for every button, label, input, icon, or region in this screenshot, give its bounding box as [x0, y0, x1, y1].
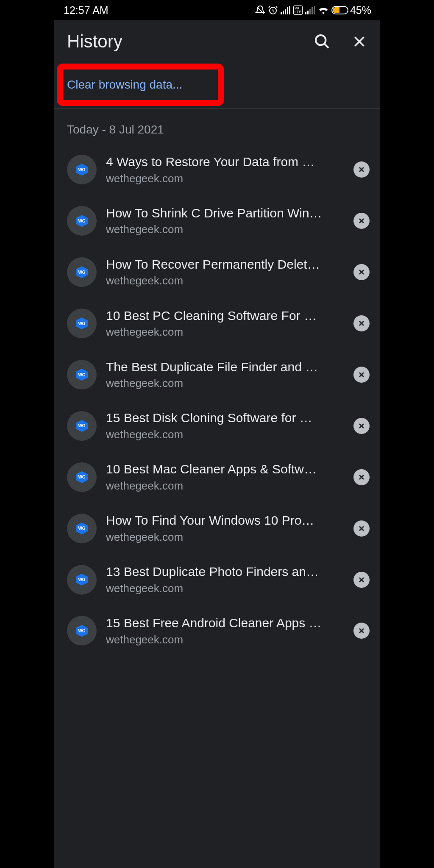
history-item[interactable]: WG 15 Best Disk Cloning Software for … w… [54, 400, 380, 451]
history-item-domain: wethegeek.com [106, 324, 344, 339]
remove-history-button[interactable] [353, 623, 370, 639]
favicon: WG [67, 616, 97, 645]
favicon: WG [67, 462, 97, 492]
svg-rect-3 [285, 9, 286, 14]
history-item-title: 10 Best Mac Cleaner Apps & Softw… [106, 461, 344, 478]
remove-history-button[interactable] [353, 161, 370, 178]
remove-history-button[interactable] [353, 469, 370, 485]
remove-icon [357, 319, 366, 328]
svg-rect-4 [287, 7, 288, 14]
history-item-text: 13 Best Duplicate Photo Finders an… weth… [106, 563, 344, 596]
history-item[interactable]: WG 10 Best PC Cleaning Software For … we… [54, 298, 380, 349]
remove-history-button[interactable] [353, 418, 370, 434]
history-item-text: The Best Duplicate File Finder and … wet… [106, 359, 344, 391]
history-item[interactable]: WG How To Shrink C Drive Partition Win… … [54, 195, 380, 247]
history-item-domain: wethegeek.com [106, 529, 344, 545]
remove-history-button[interactable] [353, 264, 370, 280]
remove-icon [357, 576, 366, 584]
history-item-text: 10 Best PC Cleaning Software For … wethe… [106, 307, 344, 340]
history-item-domain: wethegeek.com [106, 273, 344, 288]
status-time: 12:57 AM [64, 4, 108, 17]
remove-icon [357, 422, 366, 430]
history-item-title: How To Find Your Windows 10 Pro… [106, 512, 344, 529]
svg-rect-7 [307, 11, 309, 14]
remove-history-button[interactable] [353, 315, 370, 331]
history-item-title: 13 Best Duplicate Photo Finders an… [106, 563, 344, 581]
history-item[interactable]: WG How To Find Your Windows 10 Pro… weth… [54, 503, 380, 554]
history-item[interactable]: WG The Best Duplicate File Finder and … … [54, 349, 380, 401]
remove-icon [357, 217, 366, 225]
search-button[interactable] [314, 33, 331, 50]
favicon: WG [67, 206, 97, 236]
favicon: WG [67, 309, 97, 338]
app-header: History [54, 20, 380, 63]
favicon-badge: WG [76, 317, 88, 329]
signal-icon [281, 6, 291, 14]
history-content: Today - 8 Jul 2021 WG 4 Ways to Restore … [54, 108, 380, 868]
remove-icon [357, 524, 366, 533]
history-item-domain: wethegeek.com [106, 478, 344, 493]
history-item-text: How To Recover Permanently Delet… wetheg… [106, 256, 344, 289]
favicon: WG [67, 257, 97, 287]
svg-point-11 [316, 35, 326, 45]
history-item-text: 15 Best Free Android Cleaner Apps … weth… [106, 615, 344, 647]
history-item-title: The Best Duplicate File Finder and … [106, 359, 344, 376]
remove-history-button[interactable] [353, 367, 370, 383]
svg-rect-10 [314, 6, 315, 14]
remove-icon [357, 473, 366, 481]
favicon-badge: WG [76, 625, 88, 637]
history-item-text: 10 Best Mac Cleaner Apps & Softw… wetheg… [106, 461, 344, 493]
status-bar: 12:57 AM VoLTE 45% [54, 0, 380, 20]
remove-icon [357, 626, 366, 635]
history-list: WG 4 Ways to Restore Your Data from … we… [54, 144, 380, 657]
status-icons: VoLTE 45% [255, 4, 371, 17]
history-item[interactable]: WG 15 Best Free Android Cleaner Apps … w… [54, 605, 380, 657]
signal-dim-icon [305, 6, 315, 14]
history-item[interactable]: WG 10 Best Mac Cleaner Apps & Softw… wet… [54, 451, 380, 503]
search-icon [314, 33, 331, 50]
svg-rect-8 [309, 9, 311, 14]
favicon-badge: WG [76, 266, 88, 278]
history-item-text: How To Shrink C Drive Partition Win… wet… [106, 205, 344, 237]
history-item-domain: wethegeek.com [106, 376, 344, 391]
battery-indicator: 45% [331, 4, 371, 17]
favicon: WG [67, 155, 97, 184]
remove-history-button[interactable] [353, 572, 370, 588]
history-item-text: How To Find Your Windows 10 Pro… wethege… [106, 512, 344, 545]
history-item[interactable]: WG 4 Ways to Restore Your Data from … we… [54, 144, 380, 195]
history-item-text: 15 Best Disk Cloning Software for … weth… [106, 409, 344, 442]
remove-icon [357, 165, 366, 174]
alarm-icon [268, 5, 278, 15]
svg-rect-1 [281, 12, 282, 14]
history-item-title: 4 Ways to Restore Your Data from … [106, 153, 344, 171]
clear-browsing-row[interactable]: Clear browsing data... [54, 63, 380, 108]
svg-rect-9 [312, 7, 313, 14]
history-item-title: How To Shrink C Drive Partition Win… [106, 205, 344, 222]
favicon-badge: WG [76, 420, 88, 432]
remove-history-button[interactable] [353, 520, 370, 537]
remove-history-button[interactable] [353, 213, 370, 229]
page-title: History [67, 31, 122, 52]
history-item-domain: wethegeek.com [106, 427, 344, 442]
history-item-domain: wethegeek.com [106, 632, 344, 647]
favicon-badge: WG [76, 574, 88, 586]
history-item-title: 15 Best Disk Cloning Software for … [106, 409, 344, 427]
battery-percent: 45% [350, 4, 371, 17]
wifi-icon [318, 6, 329, 14]
svg-rect-2 [283, 11, 284, 14]
close-button[interactable] [352, 34, 367, 49]
svg-rect-5 [289, 6, 290, 14]
favicon-badge: WG [76, 215, 88, 227]
battery-icon [331, 6, 348, 14]
history-item[interactable]: WG How To Recover Permanently Delet… wet… [54, 247, 380, 298]
history-item-domain: wethegeek.com [106, 222, 344, 237]
remove-icon [357, 370, 366, 379]
volte-icon: VoLTE [293, 6, 303, 15]
favicon: WG [67, 514, 97, 543]
bell-off-icon [255, 5, 265, 15]
history-item-text: 4 Ways to Restore Your Data from … wethe… [106, 153, 344, 186]
history-item-title: 10 Best PC Cleaning Software For … [106, 307, 344, 325]
favicon: WG [67, 565, 97, 595]
remove-icon [357, 268, 366, 276]
history-item[interactable]: WG 13 Best Duplicate Photo Finders an… w… [54, 554, 380, 605]
